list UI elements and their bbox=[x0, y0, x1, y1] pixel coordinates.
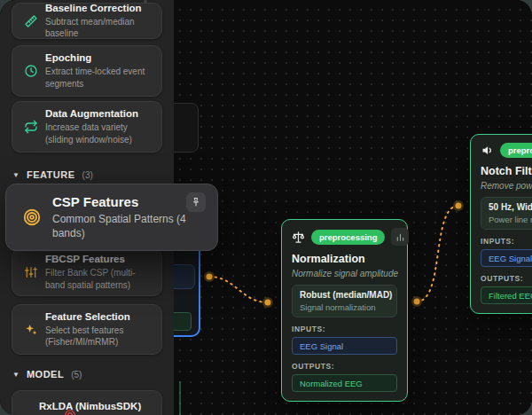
node-notch-filter[interactable]: preprocessing Notch Filter Remove power … bbox=[470, 134, 532, 314]
library-item-data-augmentation[interactable]: Data Augmentation Increase data variety … bbox=[12, 101, 162, 153]
chevron-down-icon: ▼ bbox=[12, 371, 20, 379]
drag-card-title: CSP Features bbox=[52, 194, 207, 209]
model-icon bbox=[64, 409, 76, 415]
drag-card-desc: Common Spatial Patterns (4 bands) bbox=[52, 213, 207, 240]
wire-normalization-to-notch bbox=[417, 206, 458, 301]
volume-icon bbox=[481, 144, 494, 157]
outputs-label: OUTPUTS: bbox=[481, 274, 532, 283]
output-pill: Normalized EEG bbox=[292, 374, 397, 392]
param-box: 50 Hz, Width 2 Hz Power line removal bbox=[481, 197, 532, 230]
chart-button[interactable] bbox=[391, 228, 409, 246]
sliders-icon bbox=[19, 265, 43, 279]
clock-icon bbox=[19, 64, 43, 78]
node-title: Notch Filter bbox=[481, 165, 532, 177]
ruler-icon bbox=[19, 14, 43, 28]
chevron-down-icon: ▼ bbox=[12, 171, 20, 179]
sparkles-icon bbox=[19, 323, 43, 337]
drag-card-csp-features[interactable]: CSP Features Common Spatial Patterns (4 … bbox=[5, 184, 218, 251]
repeat-icon bbox=[19, 120, 43, 134]
param-box: Robust (median/MAD) Signal normalization bbox=[292, 285, 397, 317]
section-header-model[interactable]: ▼ MODEL (5) bbox=[12, 369, 82, 380]
library-item-epoching[interactable]: Epoching Extract time-locked event segme… bbox=[12, 45, 162, 97]
inputs-label: INPUTS: bbox=[292, 325, 397, 333]
input-pill: EEG Signal bbox=[292, 337, 397, 355]
pin-button[interactable] bbox=[186, 192, 206, 212]
app-window: preprocessing Normalization Normalize si… bbox=[0, 0, 532, 415]
output-pill: Filtered EEG bbox=[481, 286, 532, 304]
category-badge: preprocessing bbox=[500, 143, 532, 158]
node-normalization[interactable]: preprocessing Normalization Normalize si… bbox=[281, 219, 408, 402]
section-header-feature[interactable]: ▼ FEATURE (3) bbox=[12, 169, 93, 180]
node-subtitle: Remove power line noise bbox=[481, 181, 532, 191]
wire-hidden-to-normalization bbox=[209, 277, 268, 302]
scales-icon bbox=[292, 231, 305, 244]
library-item-fbcsp-features[interactable]: FBCSP Features Filter Bank CSP (multi-ba… bbox=[12, 248, 162, 296]
outputs-label: OUTPUTS: bbox=[292, 362, 397, 371]
inputs-label: INPUTS: bbox=[481, 237, 532, 246]
node-subtitle: Normalize signal amplitude bbox=[292, 269, 397, 278]
target-icon bbox=[17, 208, 46, 227]
input-pill: EEG Signal bbox=[481, 249, 532, 267]
node-title: Normalization bbox=[292, 253, 397, 265]
library-item-baseline-correction[interactable]: Baseline Correction Subtract mean/median… bbox=[12, 3, 162, 39]
library-item-feature-selection[interactable]: Feature Selection Select best features (… bbox=[12, 304, 162, 355]
library-item-rxlda[interactable]: RxLDA (NimbusSDK) bbox=[12, 390, 162, 415]
category-badge: preprocessing bbox=[311, 230, 385, 245]
clipped-node-edge bbox=[179, 381, 181, 415]
